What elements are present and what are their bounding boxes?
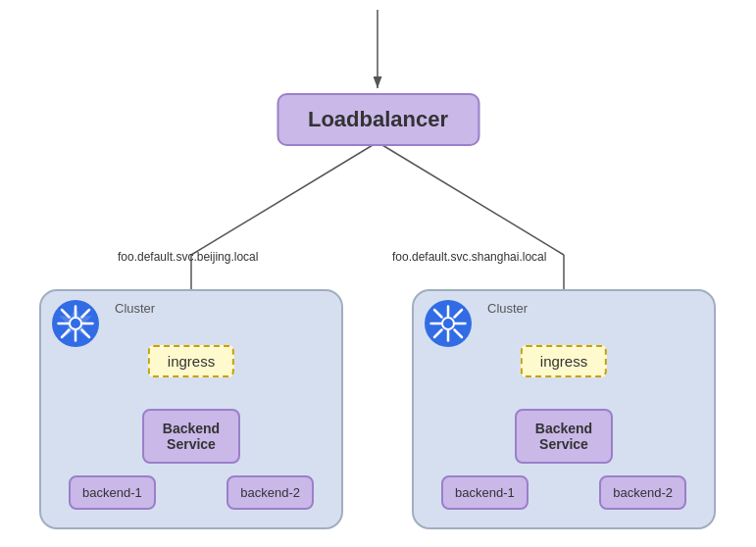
pod-backend2-right: backend-2 xyxy=(599,475,686,510)
svg-line-2 xyxy=(191,142,378,255)
cluster-label-right: Cluster xyxy=(487,301,528,316)
k8s-icon-right xyxy=(424,299,473,348)
pod-backend1-right: backend-1 xyxy=(441,475,529,510)
pod-backend1-left: backend-1 xyxy=(69,475,156,510)
architecture-diagram: foo.default.svc.beijing.local foo.defaul… xyxy=(0,0,756,547)
ingress-left: ingress xyxy=(148,345,234,377)
loadbalancer-box: Loadbalancer xyxy=(277,93,479,146)
svg-point-21 xyxy=(71,319,80,328)
k8s-icon-left xyxy=(51,299,100,348)
ingress-right: ingress xyxy=(521,345,607,377)
cluster-right: Cluster ingress Backend Service backend-… xyxy=(412,289,716,529)
backend-service-right: Backend Service xyxy=(515,409,613,464)
cluster-left: Cluster ingress Backend Service backend-… xyxy=(39,289,343,529)
svg-line-4 xyxy=(378,142,564,255)
cluster-label-left: Cluster xyxy=(115,301,155,316)
pod-backend2-left: backend-2 xyxy=(227,475,314,510)
backend-service-left: Backend Service xyxy=(142,409,240,464)
route-label-left: foo.default.svc.beijing.local xyxy=(118,250,258,264)
svg-point-32 xyxy=(443,319,453,328)
route-label-right: foo.default.svc.shanghai.local xyxy=(392,250,546,264)
